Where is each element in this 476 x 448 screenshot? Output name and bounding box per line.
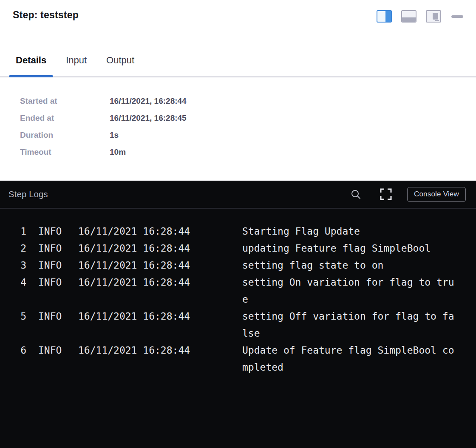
log-line-number: 3 (14, 257, 26, 274)
tab-input[interactable]: Input (59, 44, 94, 77)
log-level: INFO (38, 342, 63, 359)
tab-bar: Details Input Output (0, 44, 476, 77)
detail-row-started-at: Started at 16/11/2021, 16:28:44 (20, 93, 476, 110)
bottom-split-fill (402, 17, 416, 22)
search-icon[interactable] (351, 189, 361, 200)
detail-value: 16/11/2021, 16:28:45 (110, 113, 187, 123)
log-level: INFO (38, 223, 63, 240)
log-level: INFO (38, 274, 63, 291)
bottom-split-view-icon[interactable] (401, 10, 416, 23)
detail-value: 10m (110, 147, 126, 157)
minimized-view-icon[interactable] (426, 10, 441, 23)
log-level: INFO (38, 257, 63, 274)
step-logs-header: Step Logs Console View (0, 181, 476, 209)
titlebar: Step: teststep (0, 0, 476, 23)
log-row: 2 INFO 16/11/2021 16:28:44 updating Feat… (14, 240, 466, 257)
search-icon-glyph (351, 189, 361, 200)
step-logs-body: 1 INFO 16/11/2021 16:28:44 Starting Flag… (0, 209, 476, 448)
log-row: 6 INFO 16/11/2021 16:28:44 Update of Fea… (14, 342, 466, 376)
detail-row-timeout: Timeout 10m (20, 144, 476, 161)
log-message: Starting Flag Update (242, 223, 457, 240)
detail-label: Started at (20, 96, 110, 106)
page-title: Step: teststep (13, 9, 79, 21)
detail-label: Duration (20, 130, 110, 140)
minimized-view-rect (433, 13, 438, 20)
step-logs-title: Step Logs (8, 190, 48, 199)
minimized-view-dash (435, 20, 439, 21)
detail-row-ended-at: Ended at 16/11/2021, 16:28:45 (20, 110, 476, 127)
log-line-number: 2 (14, 240, 26, 257)
log-message: Update of Feature flag SimpleBool comple… (242, 342, 457, 376)
log-line-number: 5 (14, 308, 26, 325)
expand-fullscreen-icon[interactable] (380, 188, 392, 200)
layout-controls (377, 9, 463, 23)
right-split-fill (385, 11, 391, 22)
log-level: INFO (38, 308, 63, 325)
detail-label: Ended at (20, 113, 110, 123)
log-timestamp: 16/11/2021 16:28:44 (78, 257, 190, 274)
details-section: Started at 16/11/2021, 16:28:44 Ended at… (0, 77, 476, 181)
log-line-number: 6 (14, 342, 26, 359)
step-logs-panel: Step Logs Console View 1 INFO (0, 181, 476, 448)
detail-value: 1s (110, 130, 119, 140)
log-row: 1 INFO 16/11/2021 16:28:44 Starting Flag… (14, 223, 466, 240)
minimize-icon[interactable] (451, 15, 463, 18)
detail-label: Timeout (20, 147, 110, 157)
log-message: setting On variation for flag to true (242, 274, 457, 308)
detail-value: 16/11/2021, 16:28:44 (110, 96, 187, 106)
right-split-view-icon[interactable] (377, 10, 392, 23)
detail-row-duration: Duration 1s (20, 127, 476, 144)
log-row: 3 INFO 16/11/2021 16:28:44 setting flag … (14, 257, 466, 274)
log-line-number: 1 (14, 223, 26, 240)
log-line-number: 4 (14, 274, 26, 291)
log-level: INFO (38, 240, 63, 257)
log-message: setting Off variation for flag to false (242, 308, 457, 342)
step-logs-actions: Console View (351, 187, 466, 202)
log-timestamp: 16/11/2021 16:28:44 (78, 240, 190, 257)
log-timestamp: 16/11/2021 16:28:44 (78, 342, 190, 359)
tab-output[interactable]: Output (99, 44, 141, 77)
tab-details[interactable]: Details (9, 44, 53, 77)
log-timestamp: 16/11/2021 16:28:44 (78, 274, 190, 291)
expand-icon-glyph (380, 188, 392, 200)
log-message: setting flag state to on (242, 257, 457, 274)
log-message: updating Feature flag SimpleBool (242, 240, 457, 257)
log-row: 5 INFO 16/11/2021 16:28:44 setting Off v… (14, 308, 466, 342)
log-row: 4 INFO 16/11/2021 16:28:44 setting On va… (14, 274, 466, 308)
log-timestamp: 16/11/2021 16:28:44 (78, 308, 190, 325)
console-view-button[interactable]: Console View (407, 187, 466, 202)
log-timestamp: 16/11/2021 16:28:44 (78, 223, 190, 240)
